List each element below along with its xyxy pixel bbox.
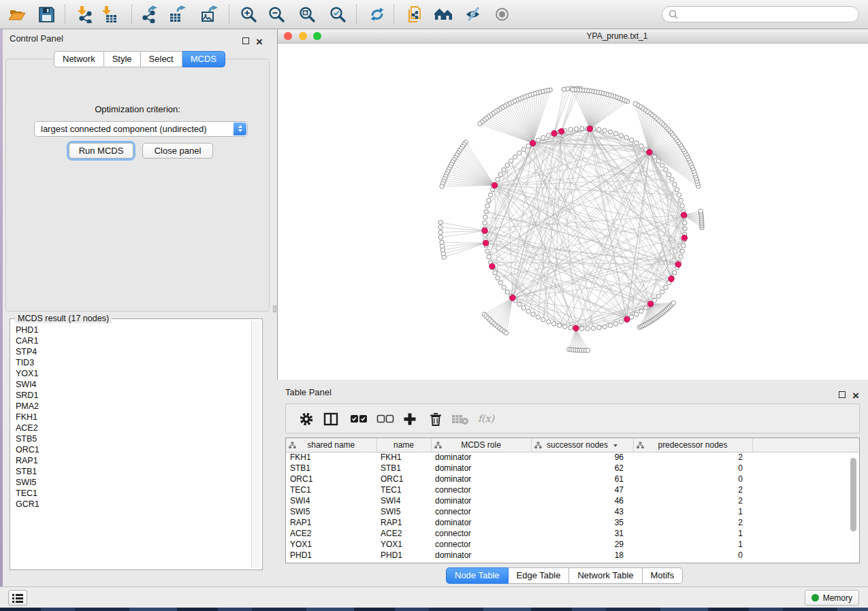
mcds-result-item[interactable]: SRD1: [12, 390, 251, 401]
column-header-shared-name[interactable]: shared name: [286, 438, 376, 452]
open-file-button[interactable]: [7, 5, 27, 24]
column-header-predecessor-nodes[interactable]: predecessor nodes: [633, 438, 752, 452]
maximize-window-icon[interactable]: [313, 32, 321, 40]
scrollbar-thumb[interactable]: [850, 458, 856, 531]
status-bar: Memory: [0, 587, 868, 608]
hide-graphics-details-button[interactable]: [464, 5, 483, 24]
network-overview-button[interactable]: [434, 5, 453, 24]
table-row[interactable]: ACE2ACE2connector311: [286, 528, 860, 539]
zoom-in-button[interactable]: [239, 5, 258, 24]
mcds-result-item[interactable]: STP4: [12, 346, 251, 357]
clone-network-button[interactable]: [405, 5, 424, 24]
tab-mcds[interactable]: MCDS: [182, 51, 225, 67]
add-column-button[interactable]: [400, 410, 420, 429]
close-panel-icon[interactable]: ×: [852, 390, 859, 402]
task-history-button[interactable]: [8, 590, 27, 606]
table-settings-button[interactable]: [296, 410, 317, 429]
column-header-name[interactable]: name: [376, 438, 431, 452]
export-image-button[interactable]: [200, 5, 219, 24]
mcds-result-item[interactable]: TEC1: [12, 488, 251, 499]
select-all-columns-button[interactable]: [349, 410, 369, 429]
tab-network-table[interactable]: Network Table: [569, 567, 642, 584]
deselect-all-columns-button[interactable]: [375, 410, 396, 429]
splitter-handle[interactable]: [273, 306, 276, 312]
import-network-button[interactable]: [75, 5, 94, 24]
float-panel-icon[interactable]: [242, 35, 249, 47]
zoom-selected-button[interactable]: [328, 5, 347, 24]
zoom-out-button[interactable]: [267, 5, 286, 24]
export-image-icon: [201, 5, 219, 23]
criterion-dropdown[interactable]: largest connected component (undirected): [34, 121, 248, 137]
zoom-fit-icon: [298, 5, 316, 23]
zoom-fit-button[interactable]: [298, 5, 317, 24]
table-row[interactable]: TEC1TEC1connector472: [286, 484, 860, 495]
control-panel-title: Control Panel: [10, 33, 63, 44]
tab-edge-table[interactable]: Edge Table: [509, 567, 570, 584]
export-table-button[interactable]: [168, 5, 187, 24]
import-table-button[interactable]: [99, 5, 118, 24]
table-row[interactable]: FKH1FKH1dominator962: [286, 452, 860, 463]
mcds-result-item[interactable]: STB5: [12, 433, 251, 444]
export-network-icon: [141, 5, 159, 23]
mcds-result-item[interactable]: SWI5: [12, 477, 251, 488]
mcds-result-item[interactable]: TID3: [12, 357, 251, 368]
network-graph[interactable]: [278, 44, 868, 380]
attribute-icon: [534, 442, 542, 451]
float-panel-icon[interactable]: [839, 389, 846, 401]
network-canvas[interactable]: [278, 44, 868, 380]
vertical-splitter[interactable]: [272, 29, 277, 587]
table-row[interactable]: ORC1ORC1dominator610: [286, 474, 860, 484]
network-nodes[interactable]: [438, 86, 704, 352]
close-panel-button[interactable]: Close panel: [142, 143, 213, 159]
tab-motifs[interactable]: Motifs: [643, 567, 684, 584]
mcds-result-item[interactable]: ACE2: [12, 423, 251, 433]
list-scrollbar[interactable]: [251, 320, 261, 568]
show-graphics-details-button[interactable]: [492, 5, 511, 24]
table-row[interactable]: STB1STB1dominator620: [286, 463, 860, 474]
table-row[interactable]: YOX1YOX1connector291: [286, 539, 860, 550]
close-panel-icon[interactable]: ×: [256, 36, 263, 48]
function-builder-button[interactable]: f(x): [477, 410, 498, 429]
tab-network[interactable]: Network: [54, 51, 104, 67]
memory-button[interactable]: Memory: [805, 590, 859, 606]
memory-status-icon: [811, 594, 819, 601]
mcds-result-item[interactable]: SWI4: [12, 379, 251, 390]
mcds-result-item[interactable]: GCR1: [12, 499, 251, 510]
column-header-mcds-role[interactable]: MCDS role: [431, 438, 531, 452]
tab-node-table[interactable]: Node Table: [446, 567, 509, 584]
mcds-hub-node: [587, 126, 592, 131]
export-network-button[interactable]: [140, 5, 159, 24]
table-row[interactable]: SWI4SWI4dominator462: [286, 495, 860, 506]
save-session-button[interactable]: [37, 5, 56, 24]
search-input[interactable]: [679, 10, 853, 19]
close-window-icon[interactable]: [284, 32, 292, 40]
minimize-window-icon[interactable]: [299, 32, 307, 40]
table-row[interactable]: PHD1PHD1dominator180: [286, 550, 860, 561]
table-row[interactable]: SWI5SWI5connector431: [286, 506, 860, 517]
column-header-successor-nodes[interactable]: successor nodes: [531, 438, 633, 452]
sort-desc-icon: [613, 444, 617, 449]
search-field[interactable]: [662, 6, 859, 22]
tab-style[interactable]: Style: [104, 51, 141, 67]
network-window-titlebar[interactable]: YPA_prune.txt_1: [278, 29, 868, 44]
mcds-result-item[interactable]: YOX1: [12, 368, 251, 379]
column-header-filler: [752, 438, 860, 452]
show-columns-button[interactable]: [321, 410, 341, 429]
delete-table-button[interactable]: [450, 410, 470, 429]
mcds-result-item[interactable]: FKH1: [12, 412, 251, 423]
mcds-hub-node: [675, 261, 681, 267]
delete-column-button[interactable]: [425, 410, 446, 429]
toolbar-separator: [393, 5, 394, 24]
mcds-result-item[interactable]: STB1: [12, 466, 251, 477]
refresh-button[interactable]: [368, 5, 387, 24]
network-title: YPA_prune.txt_1: [278, 31, 868, 41]
mcds-result-item[interactable]: PHD1: [12, 325, 251, 335]
run-mcds-button[interactable]: Run MCDS: [69, 143, 133, 159]
table-row[interactable]: RAP1RAP1dominator352: [286, 517, 860, 528]
mcds-result-item[interactable]: PMA2: [12, 401, 251, 412]
table-scrollbar[interactable]: [850, 454, 858, 561]
mcds-result-item[interactable]: RAP1: [12, 455, 251, 466]
mcds-result-item[interactable]: CAR1: [12, 335, 251, 346]
mcds-result-item[interactable]: ORC1: [12, 444, 251, 455]
tab-select[interactable]: Select: [141, 51, 182, 67]
